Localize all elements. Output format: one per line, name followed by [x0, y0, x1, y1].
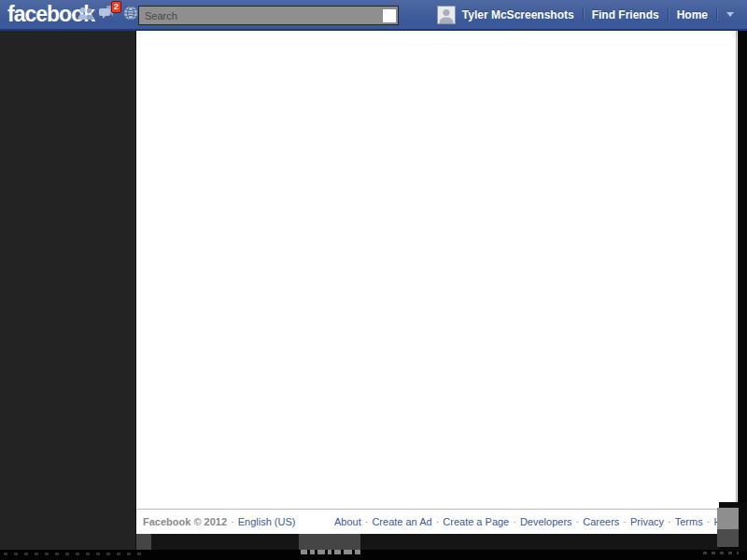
top-navigation-bar: facebook: [0, 0, 747, 31]
profile-link[interactable]: Tyler McScreenshots: [429, 0, 583, 29]
bottom-dark-area: [137, 534, 738, 551]
scrollbar-button[interactable]: [717, 529, 739, 547]
footer-separator: ·: [707, 516, 711, 527]
search-bar: [138, 6, 399, 25]
bottom-black-strip: [0, 550, 747, 560]
footer-separator: ·: [623, 516, 627, 527]
right-dark-strip: [738, 31, 747, 560]
friend-requests-icon: [78, 7, 94, 23]
copyright-text: Facebook © 2012: [143, 516, 227, 527]
footer-link-privacy[interactable]: Privacy: [630, 516, 664, 527]
footer-separator: ·: [513, 516, 516, 527]
text-fragment-row: [4, 553, 144, 555]
footer-separator: ·: [436, 516, 440, 527]
language-link[interactable]: English (US): [238, 516, 296, 527]
avatar: [437, 6, 456, 24]
search-input[interactable]: [139, 7, 382, 23]
profile-name: Tyler McScreenshots: [462, 8, 574, 21]
footer-links: About · Create an Ad · Create a Page · D…: [334, 516, 735, 527]
main-content: [137, 31, 737, 509]
quick-icons: 2: [75, 0, 142, 29]
footer-link-create-an-ad[interactable]: Create an Ad: [372, 516, 431, 527]
text-fragment-row: [301, 550, 360, 555]
footer-separator: ·: [231, 516, 234, 527]
messages-button[interactable]: 2: [97, 0, 120, 29]
chevron-down-icon: [726, 12, 734, 17]
globe-icon: [123, 6, 138, 24]
text-fragment-row: [703, 552, 739, 554]
search-button[interactable]: [382, 8, 397, 23]
footer-separator: ·: [668, 516, 671, 527]
account-menu-button[interactable]: [717, 0, 743, 29]
footer-link-careers[interactable]: Careers: [583, 516, 619, 527]
footer-link-about[interactable]: About: [334, 516, 361, 527]
footer-link-create-a-page[interactable]: Create a Page: [443, 516, 509, 527]
scrollbar-thumb[interactable]: [717, 508, 739, 529]
footer-link-developers[interactable]: Developers: [520, 516, 572, 527]
footer: Facebook © 2012 · English (US) About · C…: [137, 509, 737, 534]
left-dark-panel: [0, 31, 136, 560]
home-link[interactable]: Home: [669, 0, 716, 29]
friend-requests-button[interactable]: [75, 0, 97, 29]
footer-link-terms[interactable]: Terms: [675, 516, 703, 527]
top-right-nav: Tyler McScreenshots Find Friends Home: [429, 0, 743, 29]
footer-separator: ·: [576, 516, 580, 527]
facebook-page: facebook: [0, 0, 747, 560]
footer-separator: ·: [365, 516, 369, 527]
ui-fragment-block: [299, 534, 360, 550]
footer-left: Facebook © 2012 · English (US): [143, 516, 295, 527]
find-friends-link[interactable]: Find Friends: [584, 0, 668, 29]
ui-fragment-block: [136, 534, 151, 550]
